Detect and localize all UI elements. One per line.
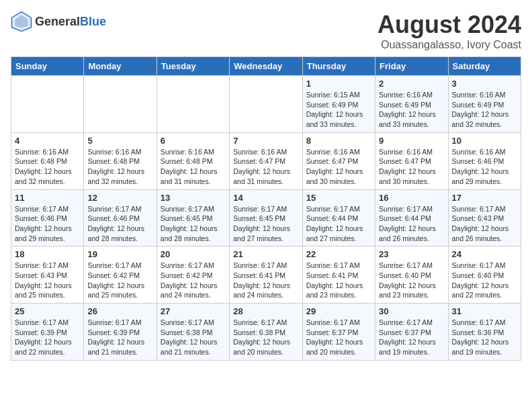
day-number: 18	[15, 249, 80, 259]
day-number: 5	[87, 136, 152, 146]
calendar-body: 1Sunrise: 6:15 AMSunset: 6:49 PMDaylight…	[11, 76, 521, 361]
day-number: 25	[15, 306, 80, 316]
day-number: 16	[379, 193, 444, 203]
day-info: Sunrise: 6:17 AMSunset: 6:45 PMDaylight:…	[233, 204, 298, 244]
day-number: 6	[161, 136, 226, 146]
header-day-tuesday: Tuesday	[157, 57, 229, 76]
calendar-cell: 4Sunrise: 6:16 AMSunset: 6:48 PMDaylight…	[11, 132, 84, 189]
calendar-header: SundayMondayTuesdayWednesdayThursdayFrid…	[11, 57, 521, 76]
day-info: Sunrise: 6:17 AMSunset: 6:42 PMDaylight:…	[161, 261, 226, 300]
day-info: Sunrise: 6:16 AMSunset: 6:46 PMDaylight:…	[452, 147, 517, 187]
calendar-cell: 10Sunrise: 6:16 AMSunset: 6:46 PMDayligh…	[448, 132, 521, 189]
logo-text: General Blue	[35, 15, 106, 29]
header-day-thursday: Thursday	[302, 57, 375, 76]
day-info: Sunrise: 6:16 AMSunset: 6:47 PMDaylight:…	[379, 147, 444, 187]
calendar-cell: 1Sunrise: 6:15 AMSunset: 6:49 PMDaylight…	[302, 76, 375, 133]
day-info: Sunrise: 6:17 AMSunset: 6:45 PMDaylight:…	[161, 204, 226, 244]
day-info: Sunrise: 6:17 AMSunset: 6:39 PMDaylight:…	[87, 318, 152, 357]
day-number: 31	[452, 306, 517, 316]
day-info: Sunrise: 6:17 AMSunset: 6:41 PMDaylight:…	[233, 261, 298, 300]
day-info: Sunrise: 6:17 AMSunset: 6:38 PMDaylight:…	[233, 318, 298, 357]
day-number: 14	[233, 193, 298, 203]
day-info: Sunrise: 6:17 AMSunset: 6:37 PMDaylight:…	[379, 318, 444, 357]
calendar-cell: 13Sunrise: 6:17 AMSunset: 6:45 PMDayligh…	[157, 189, 229, 246]
day-info: Sunrise: 6:17 AMSunset: 6:44 PMDaylight:…	[379, 204, 444, 244]
day-info: Sunrise: 6:16 AMSunset: 6:49 PMDaylight:…	[452, 90, 517, 130]
calendar-cell	[11, 76, 84, 133]
day-info: Sunrise: 6:17 AMSunset: 6:38 PMDaylight:…	[161, 318, 226, 357]
day-number: 24	[452, 249, 517, 259]
header-day-wednesday: Wednesday	[230, 57, 302, 76]
calendar-cell: 30Sunrise: 6:17 AMSunset: 6:37 PMDayligh…	[375, 304, 448, 361]
day-info: Sunrise: 6:17 AMSunset: 6:37 PMDaylight:…	[306, 318, 371, 357]
day-info: Sunrise: 6:16 AMSunset: 6:48 PMDaylight:…	[15, 147, 80, 187]
logo-icon	[11, 11, 32, 32]
calendar-cell	[84, 76, 157, 133]
day-info: Sunrise: 6:16 AMSunset: 6:49 PMDaylight:…	[379, 90, 444, 130]
calendar-cell: 21Sunrise: 6:17 AMSunset: 6:41 PMDayligh…	[230, 246, 302, 304]
day-info: Sunrise: 6:17 AMSunset: 6:39 PMDaylight:…	[15, 318, 80, 357]
calendar-cell: 16Sunrise: 6:17 AMSunset: 6:44 PMDayligh…	[375, 189, 448, 246]
week-row-2: 4Sunrise: 6:16 AMSunset: 6:48 PMDaylight…	[11, 132, 521, 189]
calendar-cell: 7Sunrise: 6:16 AMSunset: 6:47 PMDaylight…	[230, 132, 302, 189]
day-info: Sunrise: 6:16 AMSunset: 6:47 PMDaylight:…	[306, 147, 371, 187]
calendar-cell: 15Sunrise: 6:17 AMSunset: 6:44 PMDayligh…	[302, 189, 375, 246]
logo-general: General	[35, 15, 80, 29]
day-number: 4	[15, 136, 80, 146]
subtitle: Ouassangalasso, Ivory Coast	[378, 39, 521, 51]
day-info: Sunrise: 6:17 AMSunset: 6:43 PMDaylight:…	[452, 204, 517, 244]
header-day-monday: Monday	[84, 57, 157, 76]
day-number: 22	[306, 249, 371, 259]
header-row: SundayMondayTuesdayWednesdayThursdayFrid…	[11, 57, 521, 76]
day-info: Sunrise: 6:17 AMSunset: 6:40 PMDaylight:…	[379, 261, 444, 300]
calendar-cell: 31Sunrise: 6:17 AMSunset: 6:36 PMDayligh…	[448, 304, 521, 361]
calendar-cell: 5Sunrise: 6:16 AMSunset: 6:48 PMDaylight…	[84, 132, 157, 189]
calendar-cell: 11Sunrise: 6:17 AMSunset: 6:46 PMDayligh…	[11, 189, 84, 246]
calendar-cell: 2Sunrise: 6:16 AMSunset: 6:49 PMDaylight…	[375, 76, 448, 133]
header-day-friday: Friday	[375, 57, 448, 76]
day-number: 17	[452, 193, 517, 203]
day-info: Sunrise: 6:17 AMSunset: 6:36 PMDaylight:…	[452, 318, 517, 357]
day-number: 3	[452, 79, 517, 89]
title-block: August 2024 Ouassangalasso, Ivory Coast	[378, 11, 521, 51]
calendar-cell	[230, 76, 302, 133]
calendar-cell: 3Sunrise: 6:16 AMSunset: 6:49 PMDaylight…	[448, 76, 521, 133]
calendar-cell: 14Sunrise: 6:17 AMSunset: 6:45 PMDayligh…	[230, 189, 302, 246]
day-info: Sunrise: 6:17 AMSunset: 6:44 PMDaylight:…	[306, 204, 371, 244]
calendar-cell: 22Sunrise: 6:17 AMSunset: 6:41 PMDayligh…	[302, 246, 375, 304]
day-info: Sunrise: 6:17 AMSunset: 6:41 PMDaylight:…	[306, 261, 371, 300]
calendar-cell: 29Sunrise: 6:17 AMSunset: 6:37 PMDayligh…	[302, 304, 375, 361]
calendar-cell: 26Sunrise: 6:17 AMSunset: 6:39 PMDayligh…	[84, 304, 157, 361]
day-number: 21	[233, 249, 298, 259]
calendar-cell: 6Sunrise: 6:16 AMSunset: 6:48 PMDaylight…	[157, 132, 229, 189]
day-number: 30	[379, 306, 444, 316]
day-number: 9	[379, 136, 444, 146]
day-info: Sunrise: 6:15 AMSunset: 6:49 PMDaylight:…	[306, 90, 371, 130]
week-row-4: 18Sunrise: 6:17 AMSunset: 6:43 PMDayligh…	[11, 246, 521, 304]
calendar-cell: 25Sunrise: 6:17 AMSunset: 6:39 PMDayligh…	[11, 304, 84, 361]
day-number: 27	[161, 306, 226, 316]
week-row-3: 11Sunrise: 6:17 AMSunset: 6:46 PMDayligh…	[11, 189, 521, 246]
day-info: Sunrise: 6:17 AMSunset: 6:40 PMDaylight:…	[452, 261, 517, 300]
calendar-cell: 28Sunrise: 6:17 AMSunset: 6:38 PMDayligh…	[230, 304, 302, 361]
day-number: 29	[306, 306, 371, 316]
day-info: Sunrise: 6:16 AMSunset: 6:47 PMDaylight:…	[233, 147, 298, 187]
header-day-sunday: Sunday	[11, 57, 84, 76]
day-info: Sunrise: 6:16 AMSunset: 6:48 PMDaylight:…	[161, 147, 226, 187]
day-number: 12	[87, 193, 152, 203]
day-number: 26	[87, 306, 152, 316]
day-number: 23	[379, 249, 444, 259]
day-number: 10	[452, 136, 517, 146]
logo: General Blue	[11, 11, 106, 32]
day-info: Sunrise: 6:17 AMSunset: 6:43 PMDaylight:…	[15, 261, 80, 300]
calendar-cell: 8Sunrise: 6:16 AMSunset: 6:47 PMDaylight…	[302, 132, 375, 189]
day-number: 13	[161, 193, 226, 203]
calendar-cell: 18Sunrise: 6:17 AMSunset: 6:43 PMDayligh…	[11, 246, 84, 304]
day-number: 28	[233, 306, 298, 316]
day-number: 20	[161, 249, 226, 259]
day-info: Sunrise: 6:17 AMSunset: 6:42 PMDaylight:…	[87, 261, 152, 300]
day-number: 2	[379, 79, 444, 89]
day-number: 15	[306, 193, 371, 203]
calendar-cell: 19Sunrise: 6:17 AMSunset: 6:42 PMDayligh…	[84, 246, 157, 304]
week-row-5: 25Sunrise: 6:17 AMSunset: 6:39 PMDayligh…	[11, 304, 521, 361]
